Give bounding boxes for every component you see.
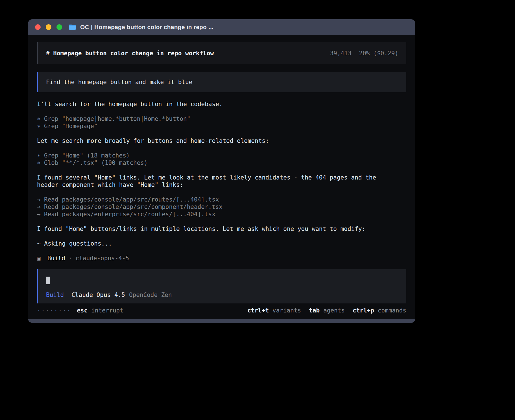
tool-call: ∗Grep "Home" (18 matches) bbox=[37, 152, 393, 159]
tool-marker-icon: ∗ bbox=[37, 123, 44, 130]
file-read-text: Read packages/console/app/src/component/… bbox=[44, 203, 222, 211]
tool-call-text: Grep "Homepage" bbox=[44, 123, 98, 130]
text-cursor bbox=[46, 277, 50, 284]
token-count: 39,413 bbox=[330, 50, 352, 57]
ctrl-t-key-hint: ctrl+t bbox=[247, 307, 269, 314]
agent-name: Build bbox=[47, 255, 65, 262]
statusbar-right: ctrl+t variants tab agents ctrl+p comman… bbox=[239, 307, 406, 314]
tool-call: ∗Glob "**/*.tsx" (100 matches) bbox=[37, 159, 393, 167]
session-stats: 39,413 20% ($0.29) bbox=[330, 50, 398, 57]
statusbar-left: ········ esc interrupt bbox=[37, 307, 123, 314]
assistant-text: Let me search more broadly for buttons a… bbox=[37, 137, 393, 145]
file-read: →Read packages/console/app/src/routes/[.… bbox=[37, 196, 393, 203]
tool-call-text: Grep "homepage|home.*button|Home.*button… bbox=[44, 115, 190, 123]
file-read: →Read packages/enterprise/src/routes/[..… bbox=[37, 211, 393, 218]
model-label: Claude Opus 4.5 bbox=[71, 291, 125, 299]
commands-label: commands bbox=[378, 307, 406, 314]
close-button[interactable] bbox=[35, 24, 41, 30]
folder-icon bbox=[69, 24, 76, 30]
transcript: I'll search for the homepage button in t… bbox=[37, 92, 406, 262]
user-message-text: Find the homepage button and make it blu… bbox=[46, 78, 192, 86]
status-text: ~ Asking questions... bbox=[37, 240, 393, 247]
assistant-text: I'll search for the homepage button in t… bbox=[37, 100, 393, 108]
tool-call: ∗Grep "homepage|home.*button|Home.*butto… bbox=[37, 115, 393, 123]
shortcut-commands: ctrl+p commands bbox=[353, 307, 406, 314]
session-cost: ($0.29) bbox=[373, 50, 398, 57]
agents-label: agents bbox=[323, 307, 345, 314]
user-message: Find the homepage button and make it blu… bbox=[37, 72, 406, 92]
agent-model: claude-opus-4-5 bbox=[76, 255, 129, 262]
file-read-text: Read packages/enterprise/src/routes/[...… bbox=[44, 211, 215, 218]
tool-call-text: Grep "Home" (18 matches) bbox=[44, 152, 130, 159]
tool-call: ∗Grep "Homepage" bbox=[37, 123, 393, 130]
window-title: OC | Homepage button color change in rep… bbox=[80, 24, 213, 30]
minimize-button[interactable] bbox=[46, 24, 51, 30]
assistant-text: I found several "Home" links. Let me loo… bbox=[37, 174, 393, 189]
title-group: OC | Homepage button color change in rep… bbox=[69, 24, 213, 30]
arrow-icon: → bbox=[37, 203, 44, 211]
file-read-text: Read packages/console/app/src/routes/[..… bbox=[44, 196, 219, 203]
tool-marker-icon: ∗ bbox=[37, 152, 44, 159]
tab-key-hint: tab bbox=[309, 307, 320, 314]
agent-status: ▣ Build · claude-opus-4-5 bbox=[37, 255, 406, 262]
dot-separator: · bbox=[69, 255, 72, 262]
titlebar[interactable]: OC | Homepage button color change in rep… bbox=[28, 19, 415, 35]
shortcut-variants: ctrl+t variants bbox=[247, 307, 301, 314]
variants-label: variants bbox=[272, 307, 301, 314]
status-bar: ········ esc interrupt ctrl+t variants t… bbox=[37, 307, 406, 314]
arrow-icon: → bbox=[37, 211, 44, 218]
tool-call-text: Glob "**/*.tsx" (100 matches) bbox=[44, 159, 148, 167]
agent-icon: ▣ bbox=[37, 255, 41, 262]
message-input[interactable]: Build Claude Opus 4.5 OpenCode Zen bbox=[37, 269, 406, 303]
mode-badge[interactable]: Build bbox=[46, 291, 64, 299]
session-header: # Homepage button color change in repo w… bbox=[37, 42, 406, 64]
input-meta: Build Claude Opus 4.5 OpenCode Zen bbox=[46, 291, 398, 299]
shortcut-agents: tab agents bbox=[309, 307, 345, 314]
terminal-content: # Homepage button color change in repo w… bbox=[28, 35, 415, 319]
ctrl-p-key-hint: ctrl+p bbox=[353, 307, 374, 314]
session-title: # Homepage button color change in repo w… bbox=[46, 50, 214, 57]
provider-label: OpenCode Zen bbox=[129, 291, 172, 299]
arrow-icon: → bbox=[37, 196, 44, 203]
tool-marker-icon: ∗ bbox=[37, 159, 44, 167]
assistant-text: I found "Home" buttons/links in multiple… bbox=[37, 225, 393, 233]
window-controls bbox=[35, 24, 62, 30]
esc-key-hint: esc bbox=[77, 307, 88, 314]
terminal-window: OC | Homepage button color change in rep… bbox=[28, 19, 415, 323]
interrupt-label: interrupt bbox=[91, 307, 123, 314]
tool-marker-icon: ∗ bbox=[37, 115, 44, 123]
context-percent: 20% bbox=[359, 50, 370, 57]
spinner-dots: ········ bbox=[37, 307, 71, 314]
file-read: →Read packages/console/app/src/component… bbox=[37, 203, 393, 211]
zoom-button[interactable] bbox=[56, 24, 62, 30]
